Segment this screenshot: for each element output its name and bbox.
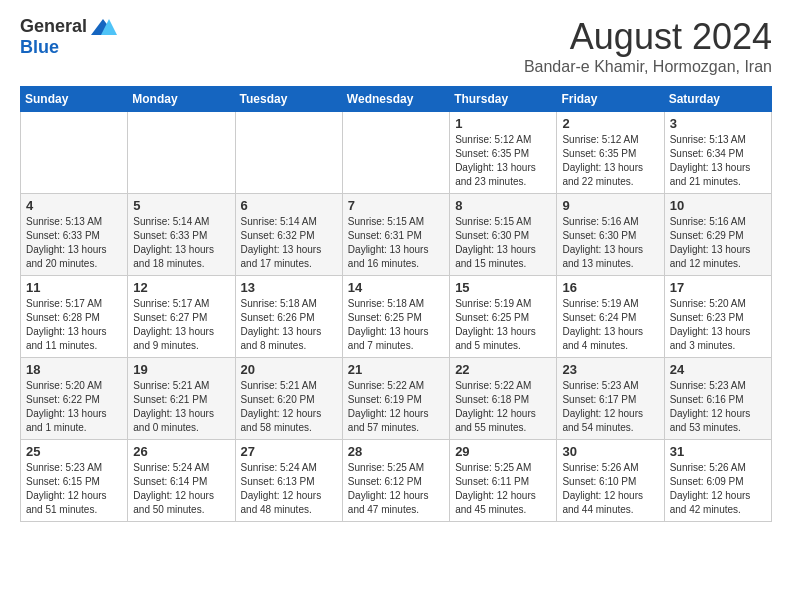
day-cell: 27Sunrise: 5:24 AM Sunset: 6:13 PM Dayli… — [235, 440, 342, 522]
day-number: 21 — [348, 362, 444, 377]
day-info: Sunrise: 5:20 AM Sunset: 6:22 PM Dayligh… — [26, 379, 122, 435]
day-info: Sunrise: 5:23 AM Sunset: 6:17 PM Dayligh… — [562, 379, 658, 435]
day-number: 27 — [241, 444, 337, 459]
calendar-table: SundayMondayTuesdayWednesdayThursdayFrid… — [20, 86, 772, 522]
day-number: 24 — [670, 362, 766, 377]
logo-icon — [89, 17, 117, 37]
day-info: Sunrise: 5:15 AM Sunset: 6:30 PM Dayligh… — [455, 215, 551, 271]
day-cell: 14Sunrise: 5:18 AM Sunset: 6:25 PM Dayli… — [342, 276, 449, 358]
day-cell: 5Sunrise: 5:14 AM Sunset: 6:33 PM Daylig… — [128, 194, 235, 276]
week-row-5: 25Sunrise: 5:23 AM Sunset: 6:15 PM Dayli… — [21, 440, 772, 522]
day-number: 18 — [26, 362, 122, 377]
day-info: Sunrise: 5:22 AM Sunset: 6:18 PM Dayligh… — [455, 379, 551, 435]
day-cell: 11Sunrise: 5:17 AM Sunset: 6:28 PM Dayli… — [21, 276, 128, 358]
day-info: Sunrise: 5:21 AM Sunset: 6:21 PM Dayligh… — [133, 379, 229, 435]
logo-blue-text: Blue — [20, 37, 59, 58]
day-cell: 28Sunrise: 5:25 AM Sunset: 6:12 PM Dayli… — [342, 440, 449, 522]
day-number: 22 — [455, 362, 551, 377]
day-cell: 1Sunrise: 5:12 AM Sunset: 6:35 PM Daylig… — [450, 112, 557, 194]
day-number: 26 — [133, 444, 229, 459]
day-cell: 20Sunrise: 5:21 AM Sunset: 6:20 PM Dayli… — [235, 358, 342, 440]
day-info: Sunrise: 5:21 AM Sunset: 6:20 PM Dayligh… — [241, 379, 337, 435]
day-number: 17 — [670, 280, 766, 295]
day-info: Sunrise: 5:17 AM Sunset: 6:28 PM Dayligh… — [26, 297, 122, 353]
day-info: Sunrise: 5:13 AM Sunset: 6:34 PM Dayligh… — [670, 133, 766, 189]
day-info: Sunrise: 5:16 AM Sunset: 6:30 PM Dayligh… — [562, 215, 658, 271]
day-number: 12 — [133, 280, 229, 295]
day-info: Sunrise: 5:13 AM Sunset: 6:33 PM Dayligh… — [26, 215, 122, 271]
header-cell-friday: Friday — [557, 87, 664, 112]
day-number: 29 — [455, 444, 551, 459]
day-number: 9 — [562, 198, 658, 213]
day-info: Sunrise: 5:26 AM Sunset: 6:09 PM Dayligh… — [670, 461, 766, 517]
day-number: 13 — [241, 280, 337, 295]
day-number: 3 — [670, 116, 766, 131]
day-cell: 8Sunrise: 5:15 AM Sunset: 6:30 PM Daylig… — [450, 194, 557, 276]
logo: General Blue — [20, 16, 117, 58]
page-header: General Blue August 2024 Bandar-e Khamir… — [20, 16, 772, 76]
day-cell: 24Sunrise: 5:23 AM Sunset: 6:16 PM Dayli… — [664, 358, 771, 440]
day-number: 15 — [455, 280, 551, 295]
day-info: Sunrise: 5:24 AM Sunset: 6:14 PM Dayligh… — [133, 461, 229, 517]
header-cell-sunday: Sunday — [21, 87, 128, 112]
day-number: 30 — [562, 444, 658, 459]
day-number: 10 — [670, 198, 766, 213]
header-cell-tuesday: Tuesday — [235, 87, 342, 112]
day-number: 5 — [133, 198, 229, 213]
day-cell — [342, 112, 449, 194]
day-info: Sunrise: 5:19 AM Sunset: 6:25 PM Dayligh… — [455, 297, 551, 353]
day-info: Sunrise: 5:14 AM Sunset: 6:32 PM Dayligh… — [241, 215, 337, 271]
day-cell: 7Sunrise: 5:15 AM Sunset: 6:31 PM Daylig… — [342, 194, 449, 276]
day-info: Sunrise: 5:26 AM Sunset: 6:10 PM Dayligh… — [562, 461, 658, 517]
week-row-4: 18Sunrise: 5:20 AM Sunset: 6:22 PM Dayli… — [21, 358, 772, 440]
day-number: 20 — [241, 362, 337, 377]
day-cell: 17Sunrise: 5:20 AM Sunset: 6:23 PM Dayli… — [664, 276, 771, 358]
day-cell: 13Sunrise: 5:18 AM Sunset: 6:26 PM Dayli… — [235, 276, 342, 358]
day-cell: 4Sunrise: 5:13 AM Sunset: 6:33 PM Daylig… — [21, 194, 128, 276]
day-number: 6 — [241, 198, 337, 213]
day-number: 28 — [348, 444, 444, 459]
day-cell: 15Sunrise: 5:19 AM Sunset: 6:25 PM Dayli… — [450, 276, 557, 358]
day-cell: 31Sunrise: 5:26 AM Sunset: 6:09 PM Dayli… — [664, 440, 771, 522]
calendar-subtitle: Bandar-e Khamir, Hormozgan, Iran — [524, 58, 772, 76]
day-cell: 21Sunrise: 5:22 AM Sunset: 6:19 PM Dayli… — [342, 358, 449, 440]
day-number: 25 — [26, 444, 122, 459]
day-cell: 29Sunrise: 5:25 AM Sunset: 6:11 PM Dayli… — [450, 440, 557, 522]
day-cell: 23Sunrise: 5:23 AM Sunset: 6:17 PM Dayli… — [557, 358, 664, 440]
day-info: Sunrise: 5:25 AM Sunset: 6:11 PM Dayligh… — [455, 461, 551, 517]
day-number: 14 — [348, 280, 444, 295]
day-cell: 25Sunrise: 5:23 AM Sunset: 6:15 PM Dayli… — [21, 440, 128, 522]
day-number: 19 — [133, 362, 229, 377]
day-cell: 10Sunrise: 5:16 AM Sunset: 6:29 PM Dayli… — [664, 194, 771, 276]
week-row-2: 4Sunrise: 5:13 AM Sunset: 6:33 PM Daylig… — [21, 194, 772, 276]
day-number: 4 — [26, 198, 122, 213]
day-cell: 2Sunrise: 5:12 AM Sunset: 6:35 PM Daylig… — [557, 112, 664, 194]
day-info: Sunrise: 5:12 AM Sunset: 6:35 PM Dayligh… — [562, 133, 658, 189]
day-cell — [128, 112, 235, 194]
day-cell: 9Sunrise: 5:16 AM Sunset: 6:30 PM Daylig… — [557, 194, 664, 276]
day-info: Sunrise: 5:17 AM Sunset: 6:27 PM Dayligh… — [133, 297, 229, 353]
day-number: 8 — [455, 198, 551, 213]
day-info: Sunrise: 5:12 AM Sunset: 6:35 PM Dayligh… — [455, 133, 551, 189]
day-cell: 6Sunrise: 5:14 AM Sunset: 6:32 PM Daylig… — [235, 194, 342, 276]
week-row-1: 1Sunrise: 5:12 AM Sunset: 6:35 PM Daylig… — [21, 112, 772, 194]
day-info: Sunrise: 5:25 AM Sunset: 6:12 PM Dayligh… — [348, 461, 444, 517]
logo-general-text: General — [20, 16, 87, 37]
day-info: Sunrise: 5:19 AM Sunset: 6:24 PM Dayligh… — [562, 297, 658, 353]
day-info: Sunrise: 5:22 AM Sunset: 6:19 PM Dayligh… — [348, 379, 444, 435]
day-number: 23 — [562, 362, 658, 377]
day-cell: 30Sunrise: 5:26 AM Sunset: 6:10 PM Dayli… — [557, 440, 664, 522]
day-cell: 18Sunrise: 5:20 AM Sunset: 6:22 PM Dayli… — [21, 358, 128, 440]
header-cell-wednesday: Wednesday — [342, 87, 449, 112]
day-cell — [21, 112, 128, 194]
day-info: Sunrise: 5:20 AM Sunset: 6:23 PM Dayligh… — [670, 297, 766, 353]
week-row-3: 11Sunrise: 5:17 AM Sunset: 6:28 PM Dayli… — [21, 276, 772, 358]
day-number: 16 — [562, 280, 658, 295]
day-info: Sunrise: 5:14 AM Sunset: 6:33 PM Dayligh… — [133, 215, 229, 271]
day-cell: 26Sunrise: 5:24 AM Sunset: 6:14 PM Dayli… — [128, 440, 235, 522]
header-cell-monday: Monday — [128, 87, 235, 112]
day-info: Sunrise: 5:23 AM Sunset: 6:15 PM Dayligh… — [26, 461, 122, 517]
day-number: 2 — [562, 116, 658, 131]
day-info: Sunrise: 5:18 AM Sunset: 6:26 PM Dayligh… — [241, 297, 337, 353]
header-cell-thursday: Thursday — [450, 87, 557, 112]
